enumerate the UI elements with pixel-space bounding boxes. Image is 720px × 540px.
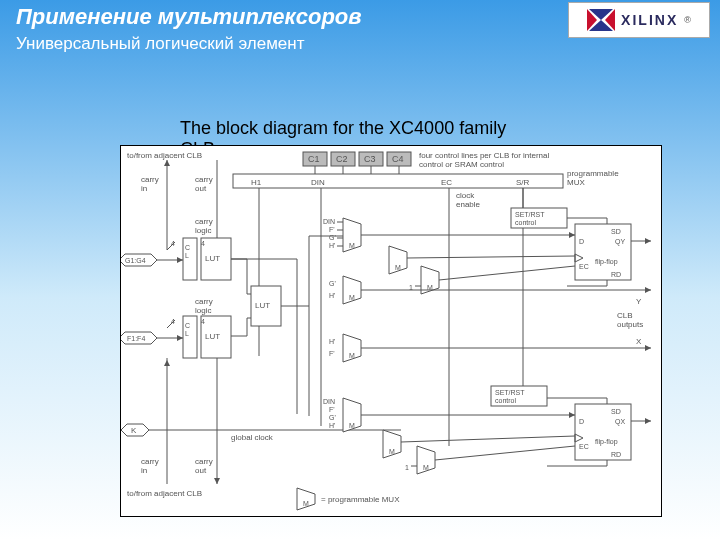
- label-carrylogic-4: logic: [195, 306, 211, 315]
- svg-text:G': G': [329, 234, 336, 241]
- label-carrylogic-2: logic: [195, 226, 211, 235]
- label-cl2-c: C: [185, 322, 190, 329]
- label-carrylogic-3: carry: [195, 297, 213, 306]
- label-h1: H1: [251, 178, 262, 187]
- label-lut3: LUT: [255, 301, 270, 310]
- label-cl2-l: L: [185, 330, 189, 337]
- svg-rect-8: [233, 174, 563, 188]
- slide: Применение мультиплексоров Универсальный…: [0, 0, 720, 540]
- svg-text:H': H': [329, 338, 335, 345]
- label-rd2: RD: [611, 451, 621, 458]
- label-lut1: LUT: [205, 254, 220, 263]
- label-x: X: [636, 337, 642, 346]
- svg-marker-38: [177, 335, 183, 341]
- label-cl1-c: C: [185, 244, 190, 251]
- svg-marker-102: [645, 345, 651, 351]
- label-clken-2: enable: [456, 200, 481, 209]
- svg-text:M: M: [349, 294, 355, 301]
- label-tofrom-top: to/from adjacent CLB: [127, 151, 202, 160]
- label-legend: = programmable MUX: [321, 495, 400, 504]
- svg-text:F': F': [329, 406, 335, 413]
- svg-text:F': F': [329, 226, 335, 233]
- label-din: DIN: [311, 178, 325, 187]
- label-ctrl-desc-2: control or SRAM control: [419, 160, 504, 169]
- label-ec2: EC: [579, 443, 589, 450]
- page-title: Применение мультиплексоров: [16, 4, 362, 30]
- label-progmux-1: programmable: [567, 169, 619, 178]
- svg-marker-19: [164, 160, 170, 166]
- label-y: Y: [636, 297, 642, 306]
- svg-text:F': F': [329, 350, 335, 357]
- svg-line-115: [435, 446, 575, 460]
- legend-m: M: [303, 500, 309, 507]
- label-sd2: SD: [611, 408, 621, 415]
- label-clbout1: CLB: [617, 311, 633, 320]
- label-globalclock: global clock: [231, 433, 274, 442]
- label-bus4-1: 4: [201, 240, 205, 247]
- label-qy: QY: [615, 238, 625, 246]
- svg-line-117: [407, 256, 575, 258]
- svg-marker-44: [164, 360, 170, 366]
- label-sr: S/R: [516, 178, 530, 187]
- label-setrst2-a: SET/RST: [495, 389, 525, 396]
- label-clbout2: outputs: [617, 320, 643, 329]
- page-subtitle: Универсальный логический элемент: [16, 34, 304, 54]
- svg-marker-100: [645, 287, 651, 293]
- svg-text:G': G': [329, 414, 336, 421]
- label-c4: C4: [392, 154, 404, 164]
- label-carry-out-bot1: carry: [195, 457, 213, 466]
- svg-line-116: [401, 436, 575, 442]
- svg-text:DIN: DIN: [323, 218, 335, 225]
- svg-marker-96: [569, 232, 575, 238]
- svg-text:M: M: [349, 352, 355, 359]
- svg-marker-34: [177, 257, 183, 263]
- label-rd1: RD: [611, 271, 621, 278]
- label-carrylogic-1: carry: [195, 217, 213, 226]
- svg-text:M: M: [423, 464, 429, 471]
- label-c3: C3: [364, 154, 376, 164]
- svg-text:M: M: [395, 264, 401, 271]
- label-carry-out-top1: carry: [195, 175, 213, 184]
- svg-text:1: 1: [405, 464, 409, 471]
- svg-rect-89: [575, 224, 631, 280]
- svg-text:G': G': [329, 280, 336, 287]
- label-ff1: flip-flop: [595, 258, 618, 266]
- label-carry-in-top2: in: [141, 184, 147, 193]
- svg-text:M: M: [349, 422, 355, 429]
- label-carry-in-bot1: carry: [141, 457, 159, 466]
- svg-text:M: M: [389, 448, 395, 455]
- svg-text:M: M: [349, 242, 355, 249]
- label-bus4-3: 4: [201, 318, 205, 325]
- label-sd1: SD: [611, 228, 621, 235]
- label-g1g4: G1:G4: [125, 257, 146, 264]
- svg-marker-98: [645, 238, 651, 244]
- svg-marker-45: [214, 478, 220, 484]
- label-cl1-l: L: [185, 252, 189, 259]
- label-c1: C1: [308, 154, 320, 164]
- label-setrst2-b: control: [495, 397, 516, 404]
- svg-text:H': H': [329, 292, 335, 299]
- label-progmux-2: MUX: [567, 178, 585, 187]
- label-carry-out-top2: out: [195, 184, 207, 193]
- label-setrst1-a: SET/RST: [515, 211, 545, 218]
- label-clken-1: clock: [456, 191, 475, 200]
- svg-rect-104: [575, 404, 631, 460]
- svg-text:H': H': [329, 242, 335, 249]
- label-ec1: EC: [579, 263, 589, 270]
- mux-cluster-upper: M DIN F' G' H' M G' H' M H' F' M DIN: [323, 218, 439, 474]
- label-d2: D: [579, 418, 584, 425]
- block-diagram: C1 C2 C3 C4 four control lines per CLB f…: [120, 145, 662, 517]
- label-carry-in-top1: carry: [141, 175, 159, 184]
- label-k: K: [131, 426, 137, 435]
- label-c2: C2: [336, 154, 348, 164]
- label-tofrom-bot: to/from adjacent CLB: [127, 489, 202, 498]
- label-lut2: LUT: [205, 332, 220, 341]
- xilinx-logo: XILINX ®: [568, 2, 710, 38]
- label-carry-in-bot2: in: [141, 466, 147, 475]
- xilinx-logo-icon: [587, 9, 615, 31]
- xilinx-logo-text: XILINX: [621, 12, 678, 28]
- label-f1f4: F1:F4: [127, 335, 145, 342]
- label-ec: EC: [441, 178, 452, 187]
- svg-line-114: [439, 266, 575, 280]
- svg-marker-113: [645, 418, 651, 424]
